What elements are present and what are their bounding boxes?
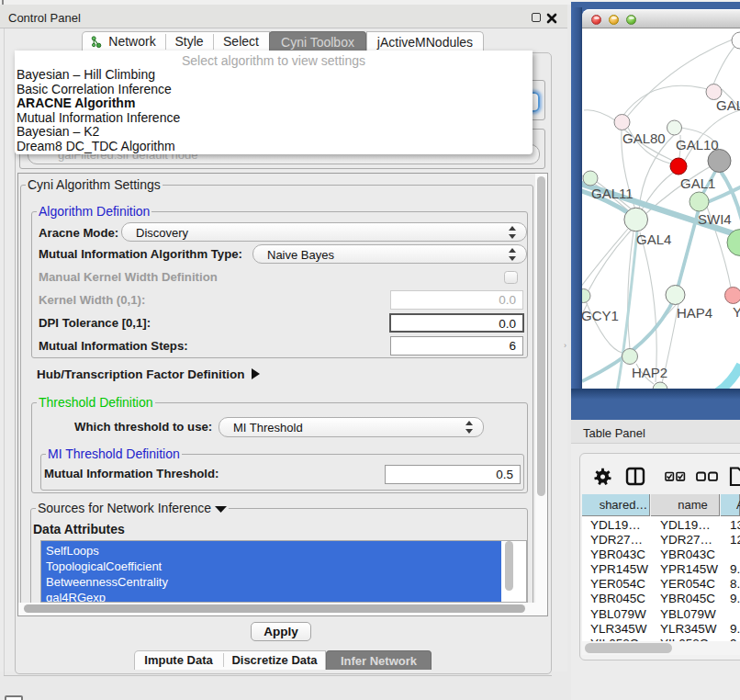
svg-text:GAL10: GAL10 [676,137,719,152]
svg-text:YJ: YJ [733,304,740,320]
svg-text:HAP4: HAP4 [677,305,712,321]
svg-text:GAL2: GAL2 [716,97,740,113]
svg-text:HAP2: HAP2 [632,365,667,380]
svg-text:GCY1: GCY1 [582,308,619,323]
svg-text:GAL4: GAL4 [636,231,671,247]
svg-text:GAL11: GAL11 [591,186,633,201]
svg-text:SWI4: SWI4 [698,211,732,227]
svg-text:GAL80: GAL80 [622,130,666,146]
svg-text:GAL1: GAL1 [680,175,715,191]
